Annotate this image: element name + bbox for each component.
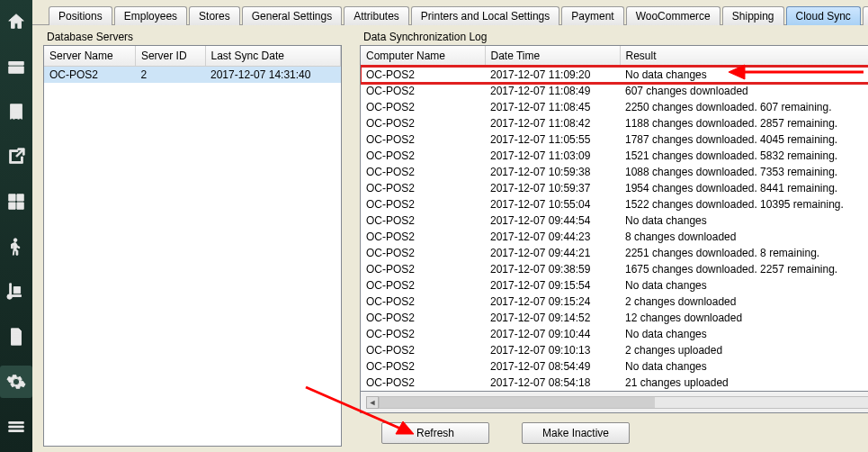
sync-cell: OC-POS2 <box>361 326 485 342</box>
sync-cell: 1522 changes downloaded. 10395 remaining… <box>620 196 868 212</box>
sync-col-header[interactable]: Result <box>620 46 868 67</box>
sync-cell: No data changes <box>620 326 868 342</box>
sync-cell: 2017-12-07 09:10:44 <box>485 326 620 342</box>
receipt-icon[interactable] <box>0 95 32 128</box>
sync-row[interactable]: OC-POS22017-12-07 11:08:49607 changes do… <box>361 83 868 99</box>
tab-positions[interactable]: Positions <box>49 6 112 25</box>
sync-cell: OC-POS2 <box>361 375 485 391</box>
sync-cell: 1675 changes downloaded. 2257 remaining. <box>620 261 868 277</box>
sync-cell: 2017-12-07 08:54:49 <box>485 358 620 375</box>
sync-cell: No data changes <box>620 67 868 84</box>
sync-row[interactable]: OC-POS22017-12-07 08:54:1821 changes upl… <box>361 375 868 391</box>
sync-row[interactable]: OC-POS22017-12-07 11:09:20No data change… <box>361 67 868 84</box>
sync-cell: 1787 changes downloaded. 4045 remaining. <box>620 131 868 148</box>
sync-cell: 2017-12-07 09:44:21 <box>485 245 620 261</box>
sync-cell: OC-POS2 <box>361 115 485 131</box>
tab-backup-databa[interactable]: Backup Databa <box>863 6 868 25</box>
tab-stores[interactable]: Stores <box>189 6 240 25</box>
sync-cell: 2017-12-07 09:38:59 <box>485 261 620 277</box>
sync-cell: 2017-12-07 11:09:20 <box>485 67 620 84</box>
settings-icon[interactable] <box>0 366 32 398</box>
sync-row[interactable]: OC-POS22017-12-07 11:03:091521 changes d… <box>361 148 868 164</box>
cash-register-icon[interactable] <box>0 50 32 83</box>
person-walk-icon[interactable] <box>0 231 32 263</box>
server-cell: OC-POS2 <box>44 67 135 84</box>
sync-cell: 2017-12-07 10:59:37 <box>485 180 620 196</box>
sync-col-header[interactable]: Computer Name <box>361 46 485 67</box>
grid-icon[interactable] <box>0 185 32 218</box>
sync-cell: OC-POS2 <box>361 310 485 326</box>
tab-attributes[interactable]: Attributes <box>344 6 409 25</box>
sync-cell: 2 changes downloaded <box>620 294 868 310</box>
sync-cell: OC-POS2 <box>361 99 485 115</box>
home-icon[interactable] <box>0 5 32 38</box>
sync-cell: No data changes <box>620 277 868 294</box>
scroll-thumb[interactable] <box>380 397 655 408</box>
sync-cell: 1088 changes downloaded. 7353 remaining. <box>620 164 868 180</box>
tab-cloud-sync[interactable]: Cloud Sync <box>786 6 861 25</box>
tab-woocommerce[interactable]: WooCommerce <box>626 6 720 25</box>
sync-row[interactable]: OC-POS22017-12-07 09:10:132 changes uplo… <box>361 342 868 358</box>
sync-row[interactable]: OC-POS22017-12-07 09:15:242 changes down… <box>361 294 868 310</box>
sync-row[interactable]: OC-POS22017-12-07 10:59:381088 changes d… <box>361 164 868 180</box>
sync-cell: OC-POS2 <box>361 261 485 277</box>
sync-cell: OC-POS2 <box>361 358 485 375</box>
sync-cell: OC-POS2 <box>361 148 485 164</box>
sync-row[interactable]: OC-POS22017-12-07 08:54:49No data change… <box>361 358 868 375</box>
sync-cell: 12 changes downloaded <box>620 310 868 326</box>
content-split: Database Servers Server NameServer IDLas… <box>32 25 868 452</box>
main-area: PositionsEmployeesStoresGeneral Settings… <box>32 0 868 452</box>
sync-row[interactable]: OC-POS22017-12-07 09:44:212251 changes d… <box>361 245 868 261</box>
sync-grid[interactable]: Computer NameDate TimeResult OC-POS22017… <box>360 45 868 392</box>
server-row[interactable]: OC-POS222017-12-07 14:31:40 <box>44 67 341 84</box>
sync-hscroll[interactable]: ◄ ► <box>360 392 868 413</box>
sync-cell: 2017-12-07 10:59:38 <box>485 164 620 180</box>
sync-row[interactable]: OC-POS22017-12-07 09:38:591675 changes d… <box>361 261 868 277</box>
sync-cell: 2017-12-07 09:14:52 <box>485 310 620 326</box>
scroll-track[interactable] <box>379 396 868 409</box>
button-bar: Refresh Make Inactive <box>360 413 868 449</box>
sync-cell: No data changes <box>620 212 868 229</box>
sync-cell: OC-POS2 <box>361 67 485 84</box>
scroll-left-icon[interactable]: ◄ <box>366 396 379 409</box>
servers-panel: Database Servers Server NameServer IDLas… <box>32 25 349 452</box>
sync-cell: 21 changes uploaded <box>620 375 868 391</box>
sync-cell: 2017-12-07 11:08:49 <box>485 83 620 99</box>
sync-cell: 2017-12-07 10:55:04 <box>485 196 620 212</box>
refresh-button[interactable]: Refresh <box>381 422 489 444</box>
hand-truck-icon[interactable] <box>0 276 32 308</box>
tab-general-settings[interactable]: General Settings <box>242 6 342 25</box>
sync-row[interactable]: OC-POS22017-12-07 09:44:54No data change… <box>361 212 868 229</box>
sync-row[interactable]: OC-POS22017-12-07 09:44:238 changes down… <box>361 229 868 245</box>
sync-cell: OC-POS2 <box>361 342 485 358</box>
document-icon[interactable] <box>0 321 32 353</box>
sync-row[interactable]: OC-POS22017-12-07 09:10:44No data change… <box>361 326 868 342</box>
tab-printers-and-local-settings[interactable]: Printers and Local Settings <box>411 6 559 25</box>
sync-row[interactable]: OC-POS22017-12-07 10:55:041522 changes d… <box>361 196 868 212</box>
make-inactive-button[interactable]: Make Inactive <box>522 422 630 444</box>
tab-payment[interactable]: Payment <box>561 6 623 25</box>
servers-col-header[interactable]: Server ID <box>135 46 205 67</box>
export-icon[interactable] <box>0 140 32 173</box>
sync-cell: 1954 changes downloaded. 8441 remaining. <box>620 180 868 196</box>
sync-col-header[interactable]: Date Time <box>485 46 620 67</box>
sync-cell: 2017-12-07 08:54:18 <box>485 375 620 391</box>
sync-row[interactable]: OC-POS22017-12-07 11:08:421188 changes d… <box>361 115 868 131</box>
sync-row[interactable]: OC-POS22017-12-07 09:15:54No data change… <box>361 277 868 294</box>
sync-cell: 2017-12-07 09:44:23 <box>485 229 620 245</box>
server-cell: 2017-12-07 14:31:40 <box>205 67 340 84</box>
servers-grid[interactable]: Server NameServer IDLast Sync Date OC-PO… <box>43 45 342 447</box>
servers-col-header[interactable]: Server Name <box>44 46 135 67</box>
servers-col-header[interactable]: Last Sync Date <box>205 46 340 67</box>
sync-row[interactable]: OC-POS22017-12-07 09:14:5212 changes dow… <box>361 310 868 326</box>
sync-cell: 8 changes downloaded <box>620 229 868 245</box>
sync-row[interactable]: OC-POS22017-12-07 11:08:452250 changes d… <box>361 99 868 115</box>
sync-row[interactable]: OC-POS22017-12-07 11:05:551787 changes d… <box>361 131 868 148</box>
menu-icon[interactable] <box>0 411 32 443</box>
sync-cell: 2 changes uploaded <box>620 342 868 358</box>
tab-employees[interactable]: Employees <box>114 6 187 25</box>
sync-cell: OC-POS2 <box>361 212 485 229</box>
tab-shipping[interactable]: Shipping <box>722 6 784 25</box>
sync-cell: 2017-12-07 09:15:54 <box>485 277 620 294</box>
sync-row[interactable]: OC-POS22017-12-07 10:59:371954 changes d… <box>361 180 868 196</box>
